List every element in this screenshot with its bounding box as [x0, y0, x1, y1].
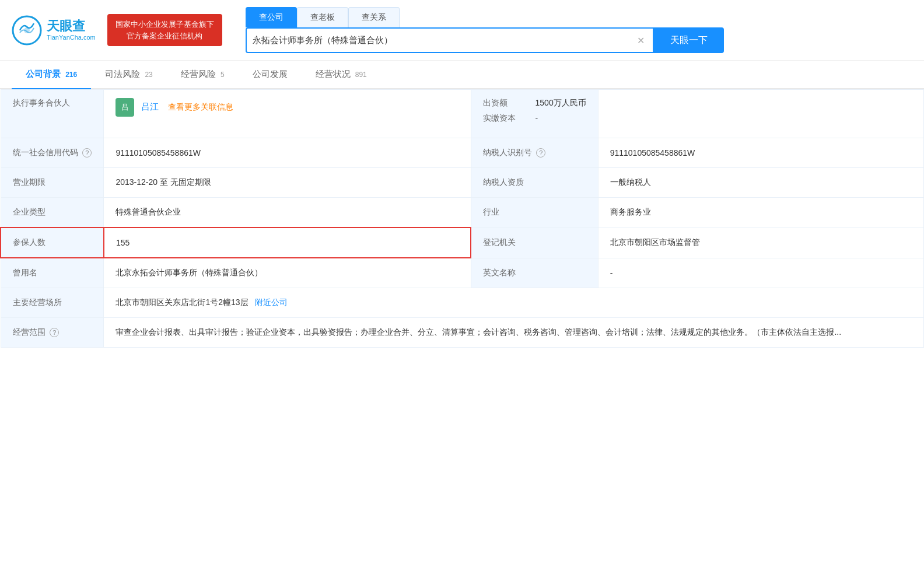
industry-value: 商务服务业 [598, 198, 923, 228]
search-area: 查公司 查老板 查关系 ✕ 天眼一下 [246, 7, 724, 53]
search-tab-boss[interactable]: 查老板 [297, 7, 348, 27]
tab-judicial-risk[interactable]: 司法风险 23 [91, 61, 167, 88]
search-tabs: 查公司 查老板 查关系 [246, 7, 724, 27]
table-row: 曾用名 北京永拓会计师事务所（特殊普通合伙） 英文名称 - [1, 258, 924, 288]
clear-icon[interactable]: ✕ [635, 35, 647, 46]
credit-code-value: 91110105085458861W [104, 138, 471, 168]
svg-point-1 [24, 27, 30, 33]
partner-value: 吕 吕江 查看更多关联信息 [104, 90, 471, 138]
info-table: 执行事务合伙人 吕 吕江 查看更多关联信息 出资额 1500万人民币 实缴资本 … [0, 89, 924, 348]
business-period-label: 营业期限 [1, 168, 104, 198]
registration-authority-label: 登记机关 [471, 228, 598, 258]
enterprise-type-value: 特殊普通合伙企业 [104, 198, 471, 228]
insured-count-label: 参保人数 [1, 228, 104, 258]
credit-code-label: 统一社会信用代码 ? [1, 138, 104, 168]
former-name-label: 曾用名 [1, 258, 104, 288]
logo-icon [12, 15, 42, 46]
insured-count-value: 155 [104, 228, 471, 258]
tab-company-background[interactable]: 公司背景 216 [12, 61, 91, 88]
help-icon-tax[interactable]: ? [536, 148, 545, 158]
taxpayer-type-label: 纳税人资质 [471, 168, 598, 198]
logo-english: TianYanCha.com [47, 34, 96, 41]
taxpayer-type-value: 一般纳税人 [598, 168, 923, 198]
contribution-row: 出资额 1500万人民币 [483, 98, 586, 108]
former-name-value: 北京永拓会计师事务所（特殊普通合伙） [104, 258, 471, 288]
tab-operation-status[interactable]: 经营状况 891 [302, 61, 381, 88]
partner-tag: 吕 [116, 98, 134, 117]
business-scope-value: 审查企业会计报表、出具审计报告；验证企业资本，出具验资报告；办理企业合并、分立、… [104, 318, 924, 348]
table-row-insured: 参保人数 155 登记机关 北京市朝阳区市场监督管 [1, 228, 924, 258]
tax-id-label: 纳税人识别号 ? [471, 138, 598, 168]
help-icon[interactable]: ? [82, 148, 92, 158]
nearby-company-link[interactable]: 附近公司 [255, 298, 288, 307]
table-row: 经营范围 ? 审查企业会计报表、出具审计报告；验证企业资本，出具验资报告；办理企… [1, 318, 924, 348]
partner-right-value [598, 90, 923, 138]
search-tab-company[interactable]: 查公司 [246, 7, 297, 27]
partner-name[interactable]: 吕江 [141, 102, 159, 111]
tax-id-value: 91110105085458861W [598, 138, 923, 168]
english-name-value: - [598, 258, 923, 288]
search-input[interactable] [253, 36, 635, 46]
main-office-label: 主要经营场所 [1, 288, 104, 318]
nav-tabs: 公司背景 216 司法风险 23 经营风险 5 公司发展 经营状况 891 [0, 61, 924, 89]
header: 天眼查 TianYanCha.com 国家中小企业发展子基金旗下 官方备案企业征… [0, 0, 924, 61]
logo-text: 天眼查 TianYanCha.com [47, 19, 96, 42]
business-period-value: 2013-12-20 至 无固定期限 [104, 168, 471, 198]
search-tab-relation[interactable]: 查关系 [348, 7, 400, 27]
tab-company-development[interactable]: 公司发展 [239, 61, 302, 88]
table-row: 营业期限 2013-12-20 至 无固定期限 纳税人资质 一般纳税人 [1, 168, 924, 198]
table-row: 统一社会信用代码 ? 91110105085458861W 纳税人识别号 ? 9… [1, 138, 924, 168]
partner-row: 执行事务合伙人 吕 吕江 查看更多关联信息 出资额 1500万人民币 实缴资本 … [1, 90, 924, 138]
logo-chinese: 天眼查 [47, 19, 96, 34]
search-button[interactable]: 天眼一下 [654, 27, 724, 53]
business-scope-label: 经营范围 ? [1, 318, 104, 348]
english-name-label: 英文名称 [471, 258, 598, 288]
industry-label: 行业 [471, 198, 598, 228]
search-input-wrap: ✕ [246, 27, 654, 53]
content: 执行事务合伙人 吕 吕江 查看更多关联信息 出资额 1500万人民币 实缴资本 … [0, 89, 924, 348]
registration-authority-value: 北京市朝阳区市场监督管 [598, 228, 923, 258]
partner-right-label1: 出资额 1500万人民币 实缴资本 - [471, 90, 598, 138]
enterprise-type-label: 企业类型 [1, 198, 104, 228]
gov-badge: 国家中小企业发展子基金旗下 官方备案企业征信机构 [107, 14, 222, 46]
logo-area: 天眼查 TianYanCha.com [12, 15, 96, 46]
paid-capital-row: 实缴资本 - [483, 113, 586, 124]
main-office-value: 北京市朝阳区关东店北街1号2幢13层 附近公司 [104, 288, 924, 318]
table-row: 主要经营场所 北京市朝阳区关东店北街1号2幢13层 附近公司 [1, 288, 924, 318]
help-icon-scope[interactable]: ? [50, 328, 59, 337]
search-input-row: ✕ 天眼一下 [246, 27, 724, 53]
partner-label: 执行事务合伙人 [1, 90, 104, 138]
table-row: 企业类型 特殊普通合伙企业 行业 商务服务业 [1, 198, 924, 228]
tab-operation-risk[interactable]: 经营风险 5 [167, 61, 239, 88]
partner-more-link[interactable]: 查看更多关联信息 [168, 102, 233, 111]
